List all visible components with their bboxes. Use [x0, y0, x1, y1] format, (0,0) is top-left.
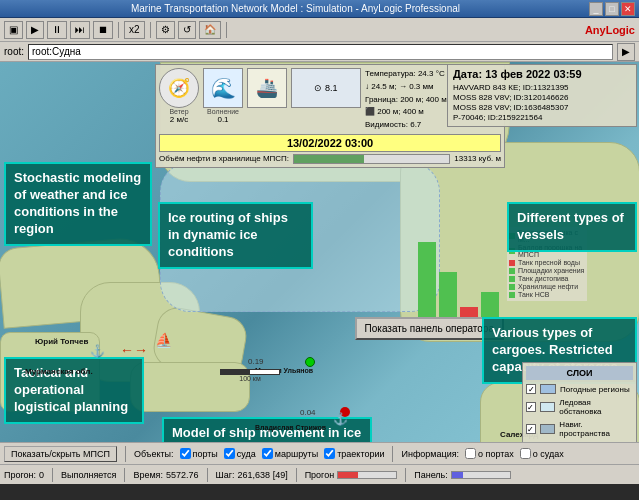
pause-button[interactable]: ⏸ — [47, 21, 67, 39]
legend-item-3[interactable]: ✓ Навиг. пространства — [526, 418, 633, 440]
wind-value: 2 м/с — [170, 115, 188, 124]
close-button[interactable]: ✕ — [621, 2, 635, 16]
status-sep-4 — [296, 468, 297, 482]
legend-color-2 — [540, 402, 556, 412]
run-label: Прогон: — [4, 470, 36, 480]
progress-bar-mini — [337, 471, 397, 479]
chart-label-3: Танк пресной воды — [509, 259, 585, 266]
legend-checkbox-1[interactable]: ✓ — [526, 384, 536, 394]
sep-2 — [392, 446, 393, 462]
wind-label: Ветер — [169, 108, 188, 115]
go-button[interactable]: ▶ — [617, 43, 635, 61]
panel-bar-mini — [451, 471, 511, 479]
status-panel: Панель: — [414, 470, 511, 480]
new-button[interactable]: ▣ — [4, 21, 23, 39]
panel-fill-mini — [452, 472, 464, 478]
separator2 — [150, 22, 151, 38]
date-value: 13/02/2022 03:00 — [287, 137, 373, 149]
panel-label: Панель: — [414, 470, 448, 480]
legend-checkbox-3[interactable]: ✓ — [526, 424, 536, 434]
maximize-button[interactable]: □ — [605, 2, 619, 16]
ice-value: 200 м; 400 м — [400, 95, 447, 104]
stats-column: Температура: 24.3 °С ↓ 24.5 м; → 0.3 мм … — [365, 68, 447, 132]
anchor-1: ⚓ — [90, 344, 105, 358]
map-label-murmansk: Мурманская обл. — [25, 367, 93, 376]
show-hide-mpsp-button[interactable]: Показать/скрыть МПСП — [4, 446, 117, 462]
status-time: Время: 5572.76 — [133, 470, 198, 480]
status-progress: Прогон — [305, 470, 398, 480]
label-dot-4 — [509, 268, 515, 274]
refresh-button[interactable]: ↺ — [178, 21, 196, 39]
check-ports[interactable]: порты — [180, 448, 218, 459]
temp-value: 24.3 °С — [418, 69, 445, 78]
status-step: Шаг: 261,638 [49] — [216, 470, 288, 480]
oil-label: Объём нефти в хранилище МПСП: — [159, 154, 289, 163]
annotation-ice-routing: Ice routing of ships in dynamic ice cond… — [158, 202, 313, 269]
wave-label: Волнение — [207, 108, 239, 115]
map-label-vladislav: Владислав Стрижов — [255, 424, 326, 431]
temp-label: Температура — [365, 69, 413, 78]
label-dot-3 — [509, 260, 515, 266]
check-vessels[interactable]: суда — [224, 448, 256, 459]
minimize-button[interactable]: _ — [589, 2, 603, 16]
anchor-2: ⚓ — [333, 412, 348, 426]
play-button[interactable]: ▶ — [26, 21, 44, 39]
multiplier-button[interactable]: x2 — [124, 21, 145, 39]
legend-item-2[interactable]: ✓ Ледовая обстановка — [526, 396, 633, 418]
route-arrow: ←→ — [120, 342, 148, 358]
chart-label-6: Хранилище нефти — [509, 283, 585, 290]
stop-button[interactable]: ⏹ — [93, 21, 113, 39]
run-value: 0 — [39, 470, 44, 480]
annotation-stochastic: Stochastic modeling of weather and ice c… — [4, 162, 152, 246]
legend-panel: СЛОИ ✓ Погодные регионы ✓ Ледовая обстан… — [522, 362, 637, 442]
progress-label: Прогон — [305, 470, 335, 480]
step-value: 261,638 [49] — [238, 470, 288, 480]
legend-checkbox-2[interactable]: ✓ — [526, 402, 536, 412]
anylogic-logo: AnyLogic — [585, 24, 635, 36]
window-title: Marine Transportation Network Model : Si… — [4, 3, 587, 14]
addr-label: root: — [4, 46, 24, 57]
oil-progress-bar — [293, 154, 450, 164]
annotation-ice-routing-text: Ice routing of ships in dynamic ice cond… — [168, 210, 288, 259]
annotation-different-text: Different types of vessels — [517, 210, 624, 242]
map-label-yuri: Юрий Топчев — [35, 337, 88, 346]
vessel-entry-1: HAVVARD 843 КЕ; ID:11321395 — [453, 83, 631, 92]
legend-label-1: Погодные регионы — [560, 385, 630, 394]
annotation-stochastic-text: Stochastic modeling of weather and ice c… — [14, 170, 141, 236]
progress-fill-mini — [338, 472, 358, 478]
status-executing: Выполняется — [61, 470, 116, 480]
ship-icon: 🚢 — [256, 77, 278, 99]
chart-label-4: Площадки хранения — [509, 267, 585, 274]
vis-label: Видимость — [365, 120, 406, 129]
wave-indicator: 🌊 Волнение 0.1 — [203, 68, 243, 124]
map-dist-2: 0.04 — [300, 408, 316, 417]
ship-marker-1: ⛵ — [155, 332, 172, 348]
chart-bars — [414, 202, 504, 322]
address-input[interactable] — [28, 44, 613, 60]
status-bar: Прогон: 0 Выполняется Время: 5572.76 Шаг… — [0, 464, 639, 484]
chart-bar-2 — [439, 272, 457, 322]
simulation-area: 🧭 Ветер 2 м/с 🌊 Волнение 0.1 🚢 — [0, 62, 639, 442]
chart-label-7: Танк НСВ — [509, 291, 585, 298]
time-value: 5572.76 — [166, 470, 199, 480]
chart-label-text-7: Танк НСВ — [518, 291, 550, 298]
map-dist-1: 0.19 — [248, 357, 264, 366]
check-trajectories[interactable]: траектории — [324, 448, 384, 459]
legend-item-4[interactable]: ✓ Глубины — [526, 440, 633, 442]
wind-indicator: 🧭 Ветер 2 м/с — [159, 68, 199, 124]
chart-label-text-4: Площадки хранения — [518, 267, 584, 274]
home-button[interactable]: 🏠 — [199, 21, 221, 39]
check-routes[interactable]: маршруты — [262, 448, 318, 459]
legend-item-1[interactable]: ✓ Погодные регионы — [526, 382, 633, 396]
check-about-vessels[interactable]: о судах — [520, 448, 564, 459]
legend-label-3: Навиг. пространства — [559, 420, 633, 438]
status-sep-5 — [405, 468, 406, 482]
vessel-entry-4: P-70046; ID:2159221564 — [453, 113, 631, 122]
check-about-ports[interactable]: о портах — [465, 448, 514, 459]
chart-bar-1 — [418, 242, 436, 322]
bar-fill-2 — [439, 272, 457, 322]
exec-label: Выполняется — [61, 470, 116, 480]
step-button[interactable]: ⏭ — [70, 21, 90, 39]
oil-progress-fill — [294, 155, 364, 163]
settings-button[interactable]: ⚙ — [156, 21, 175, 39]
